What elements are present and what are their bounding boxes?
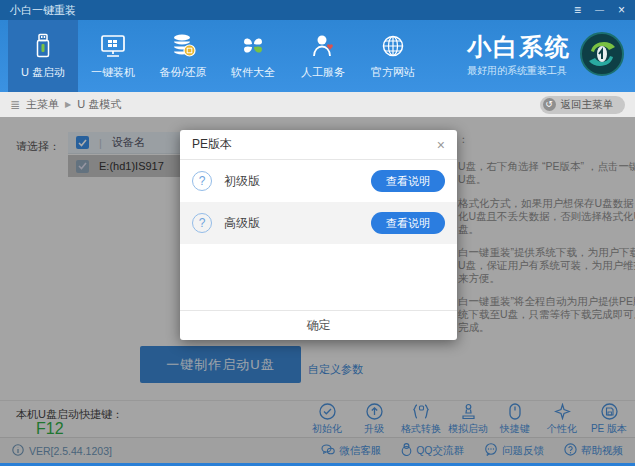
pe-option-basic[interactable]: ? 初级版 查看说明 bbox=[180, 160, 457, 202]
nav-item-website[interactable]: 官方网站 bbox=[358, 20, 428, 92]
nav-item-label: 官方网站 bbox=[371, 65, 415, 80]
nav-item-label: 人工服务 bbox=[301, 65, 345, 80]
option-name: 高级版 bbox=[224, 215, 260, 232]
brand-name: 小白系统 bbox=[467, 34, 571, 60]
nav-item-backup-restore[interactable]: 备份/还原 bbox=[148, 20, 218, 92]
dialog-title: PE版本 bbox=[192, 136, 232, 153]
app-window: 小白一键重装 ≡ — × U 盘启动 一键装机 备份/还原 bbox=[0, 0, 635, 466]
back-button-label: 返回主菜单 bbox=[561, 98, 614, 112]
title-bar: 小白一键重装 ≡ — × bbox=[0, 0, 635, 20]
pe-option-advanced[interactable]: ? 高级版 查看说明 bbox=[180, 202, 457, 244]
brand-logo-icon bbox=[579, 31, 625, 81]
brand-tagline: 最好用的系统重装工具 bbox=[467, 64, 571, 78]
question-mark-icon: ? bbox=[192, 171, 212, 191]
nav-item-one-key-install[interactable]: 一键装机 bbox=[78, 20, 148, 92]
view-details-button[interactable]: 查看说明 bbox=[371, 170, 445, 192]
close-icon[interactable]: × bbox=[618, 0, 625, 20]
nav-item-software[interactable]: 软件大全 bbox=[218, 20, 288, 92]
content-area: 请选择： | 设备名 E:(hd1)IS917 ： U盘，右下角选择 “PE版本… bbox=[0, 117, 635, 463]
nav-item-label: 软件大全 bbox=[231, 65, 275, 80]
view-details-button[interactable]: 查看说明 bbox=[371, 212, 445, 234]
apps-grid-icon bbox=[240, 32, 266, 60]
dialog-confirm-button[interactable]: 确定 bbox=[180, 310, 457, 340]
breadcrumb-current: U 盘模式 bbox=[77, 97, 121, 112]
nav-item-support[interactable]: 人工服务 bbox=[288, 20, 358, 92]
nav-item-usb-boot[interactable]: U 盘启动 bbox=[8, 20, 78, 92]
option-name: 初级版 bbox=[224, 173, 260, 190]
breadcrumb: ≣ 主菜单 ▶ U 盘模式 ↺ 返回主菜单 bbox=[0, 92, 635, 117]
dialog-close-icon[interactable]: × bbox=[437, 138, 445, 152]
back-to-main-menu-button[interactable]: ↺ 返回主菜单 bbox=[540, 96, 626, 114]
nav-item-label: 备份/还原 bbox=[159, 65, 206, 80]
usb-drive-icon bbox=[31, 32, 55, 60]
back-arrow-icon: ↺ bbox=[543, 98, 556, 111]
main-nav: U 盘启动 一键装机 备份/还原 软件大全 人工服务 bbox=[0, 20, 635, 92]
breadcrumb-separator-icon: ▶ bbox=[65, 100, 71, 109]
window-title: 小白一键重装 bbox=[10, 3, 76, 18]
database-icon bbox=[169, 32, 197, 60]
question-mark-icon: ? bbox=[192, 213, 212, 233]
monitor-icon bbox=[99, 32, 127, 60]
pe-version-dialog: PE版本 × ? 初级版 查看说明 ? 高级版 查看说明 确定 bbox=[180, 130, 457, 340]
globe-icon bbox=[380, 32, 406, 60]
menu-icon[interactable]: ≡ bbox=[574, 0, 581, 20]
nav-item-label: 一键装机 bbox=[91, 65, 135, 80]
dialog-header: PE版本 × bbox=[180, 130, 457, 160]
brand-logo: 小白系统 最好用的系统重装工具 bbox=[467, 20, 625, 92]
breadcrumb-root[interactable]: 主菜单 bbox=[26, 97, 59, 112]
minimize-icon[interactable]: — bbox=[595, 0, 604, 20]
nav-item-label: U 盘启动 bbox=[21, 65, 65, 80]
list-icon: ≣ bbox=[10, 98, 20, 112]
person-heart-icon bbox=[310, 32, 336, 60]
